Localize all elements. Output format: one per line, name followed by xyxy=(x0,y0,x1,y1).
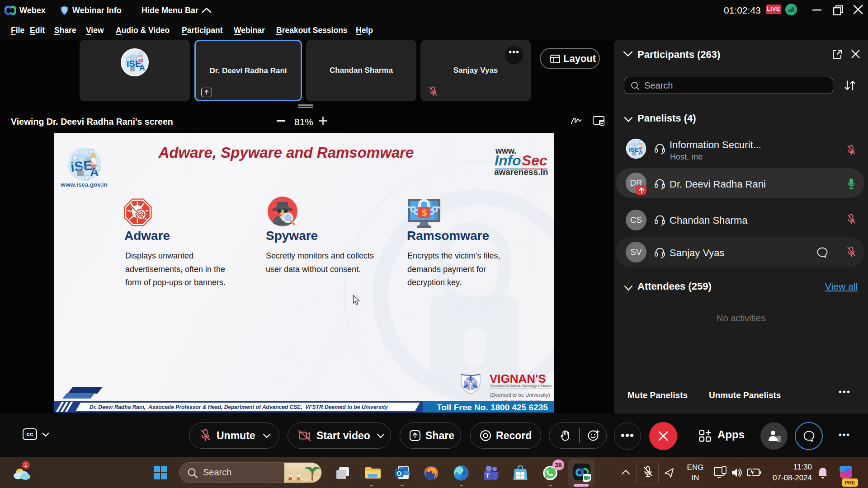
svg-text:O: O xyxy=(396,469,402,477)
svg-text:A: A xyxy=(639,150,643,156)
svg-text:$: $ xyxy=(422,208,427,218)
svg-text:T: T xyxy=(486,472,490,479)
svg-text:A: A xyxy=(139,63,145,72)
